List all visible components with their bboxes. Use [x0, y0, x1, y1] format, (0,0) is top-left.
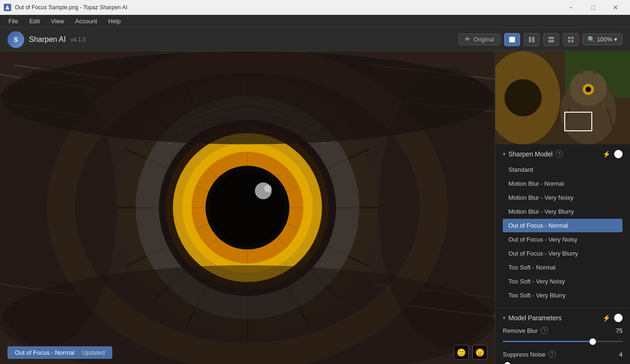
section-header-params-right: ⚡ [602, 314, 623, 322]
zoom-chevron: ▾ [614, 36, 617, 43]
model-item-out-of-focus-normal[interactable]: Out of Focus - Normal [503, 219, 623, 232]
section-header-params-left: ▾ Model Parameters [503, 314, 562, 322]
model-item-label: Too Soft - Normal [508, 264, 555, 271]
remove-blur-label: Remove Blur [503, 327, 538, 334]
svg-point-64 [586, 87, 591, 92]
eye-icon: 👁 [465, 36, 471, 43]
model-item-label: Motion Blur - Normal [508, 180, 564, 187]
svg-rect-1 [529, 37, 531, 42]
suppress-noise-help[interactable]: ? [548, 351, 556, 358]
model-item-motion-blur-very-blurry[interactable]: Motion Blur - Very Blurry [503, 205, 623, 218]
model-item-label: Out of Focus - Very Noisy [508, 236, 577, 243]
maximize-button[interactable]: □ [582, 0, 604, 15]
section-header-left: ▾ Sharpen Model ? [503, 150, 563, 158]
titlebar-left: Out of Focus Sample.png - Topaz Sharpen … [4, 4, 127, 11]
original-toggle[interactable]: 👁 Original [459, 34, 500, 45]
view-single-button[interactable] [504, 33, 520, 46]
close-button[interactable]: ✕ [605, 0, 626, 15]
canvas-bottom-right: 🙂 😟 [454, 345, 487, 360]
svg-rect-3 [548, 37, 554, 39]
logo-badge: S [7, 31, 24, 48]
toolbar: S Sharpen AI v4.1.0 👁 Original 🔍 [0, 28, 630, 51]
section-header-sharpen: ▾ Sharpen Model ? ⚡ [503, 150, 623, 158]
zoom-display[interactable]: 🔍 100% ▾ [582, 34, 623, 45]
view-split-h-button[interactable] [543, 33, 559, 46]
model-item-label: Out of Focus - Normal [508, 222, 568, 229]
app-version: v4.1.0 [70, 36, 86, 43]
view-quad-button[interactable] [563, 33, 579, 46]
minimize-button[interactable]: − [560, 0, 582, 15]
model-item-standard[interactable]: Standard [503, 163, 623, 176]
svg-point-52 [210, 170, 285, 245]
remove-blur-thumb[interactable] [589, 338, 596, 345]
canvas-bottom: Out of Focus - Normal Updated 🙂 😟 [0, 341, 495, 364]
suppress-noise-value: 4 [611, 351, 623, 358]
section-header-right: ⚡ [602, 150, 623, 158]
model-item-motion-blur-normal[interactable]: Motion Blur - Normal [503, 177, 623, 190]
remove-blur-help[interactable]: ? [541, 327, 548, 334]
menu-view[interactable]: View [46, 16, 68, 27]
app-layout: S Sharpen AI v4.1.0 👁 Original 🔍 [0, 28, 630, 364]
model-item-out-of-focus-very-noisy[interactable]: Out of Focus - Very Noisy [503, 233, 623, 246]
view-split-v-button[interactable] [524, 33, 540, 46]
app-icon [4, 4, 11, 11]
remove-blur-slider[interactable] [503, 341, 623, 342]
model-parameters-section: ▾ Model Parameters ⚡ Remove Blur ? 75 [495, 308, 630, 364]
model-item-label: Too Soft - Very Noisy [508, 278, 565, 285]
menu-edit[interactable]: Edit [25, 16, 44, 27]
toolbar-left: S Sharpen AI v4.1.0 [7, 31, 86, 48]
smiley-button[interactable]: 🙂 [454, 345, 469, 360]
window-controls[interactable]: − □ ✕ [560, 0, 626, 15]
model-item-label: Too Soft - Very Blurry [508, 292, 566, 299]
model-tag-name: Out of Focus - Normal [15, 349, 75, 356]
params-toggle[interactable] [614, 314, 623, 322]
model-item-too-soft-very-noisy[interactable]: Too Soft - Very Noisy [503, 275, 623, 288]
sharpen-lightning-button[interactable]: ⚡ [602, 150, 610, 158]
sharpen-model-help[interactable]: ? [555, 150, 563, 158]
params-chevron[interactable]: ▾ [503, 315, 506, 321]
zoom-icon: 🔍 [588, 36, 595, 43]
menu-file[interactable]: File [4, 16, 23, 27]
model-item-label: Motion Blur - Very Noisy [508, 194, 573, 201]
model-item-too-soft-very-blurry[interactable]: Too Soft - Very Blurry [503, 289, 623, 302]
svg-rect-7 [568, 40, 570, 42]
suppress-noise-label: Suppress Noise [503, 351, 546, 358]
model-item-out-of-focus-very-blurry[interactable]: Out of Focus - Very Blurry [503, 247, 623, 260]
model-params-title: Model Parameters [508, 314, 562, 322]
app-name: Sharpen AI [29, 35, 66, 44]
sharpen-model-toggle[interactable] [614, 150, 623, 158]
owl-image [0, 51, 495, 364]
svg-rect-5 [568, 37, 570, 39]
model-item-too-soft-normal[interactable]: Too Soft - Normal [503, 261, 623, 274]
titlebar: Out of Focus Sample.png - Topaz Sharpen … [0, 0, 630, 15]
svg-rect-4 [548, 40, 554, 42]
menu-account[interactable]: Account [70, 16, 102, 27]
svg-rect-8 [571, 40, 574, 42]
remove-blur-row: Remove Blur ? 75 [503, 327, 623, 334]
logo-letter: S [14, 36, 18, 43]
model-tag: Out of Focus - Normal Updated [7, 346, 112, 359]
menu-help[interactable]: Help [103, 16, 125, 27]
suppress-noise-row: Suppress Noise ? 4 [503, 351, 623, 358]
svg-rect-2 [532, 37, 534, 42]
thumbnail-selector[interactable] [564, 112, 592, 131]
canvas-area[interactable]: Out of Focus - Normal Updated 🙂 😟 [0, 51, 495, 364]
content-area: Out of Focus - Normal Updated 🙂 😟 [0, 51, 630, 364]
zoom-level: 100% [597, 36, 612, 43]
params-lightning-button[interactable]: ⚡ [602, 314, 610, 322]
model-tag-updated: Updated [82, 349, 105, 356]
remove-blur-value: 75 [611, 327, 623, 334]
model-list: Standard Motion Blur - Normal Motion Blu… [503, 163, 623, 302]
svg-rect-6 [571, 37, 574, 39]
sad-button[interactable]: 😟 [472, 345, 487, 360]
suppress-noise-thumb[interactable] [504, 362, 511, 364]
svg-point-54 [264, 185, 272, 192]
sharpen-model-title: Sharpen Model [508, 150, 553, 158]
menubar: File Edit View Account Help [0, 15, 630, 28]
svg-point-68 [505, 79, 542, 116]
section-header-params: ▾ Model Parameters ⚡ [503, 314, 623, 322]
model-item-label: Out of Focus - Very Blurry [508, 250, 578, 257]
model-item-motion-blur-very-noisy[interactable]: Motion Blur - Very Noisy [503, 191, 623, 204]
sharpen-model-chevron[interactable]: ▾ [503, 151, 506, 157]
model-item-label: Motion Blur - Very Blurry [508, 208, 574, 215]
